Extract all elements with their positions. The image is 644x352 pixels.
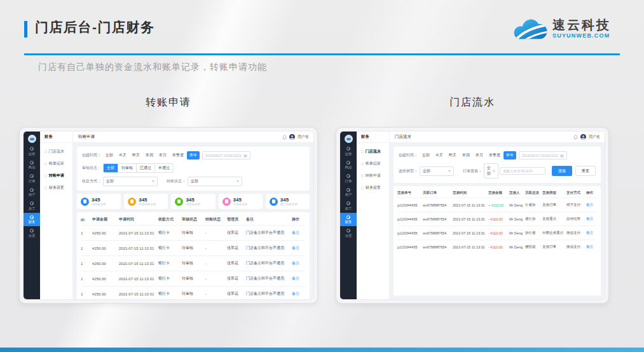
rail-item-users[interactable]: 用户 <box>24 186 40 200</box>
menu-item-transfer-request[interactable]: □转账申请 <box>357 170 389 182</box>
bell-icon[interactable] <box>573 135 578 140</box>
menu-item-finance-settings[interactable]: □财务设置 <box>40 182 72 194</box>
time-chip-year[interactable]: 本年 <box>504 151 516 159</box>
rail-item-finance[interactable]: 财务 <box>24 213 40 227</box>
avatar[interactable] <box>580 134 586 140</box>
menu-item-bill-records[interactable]: □账单记录 <box>40 158 72 170</box>
rail-item-users[interactable]: 用户 <box>340 186 357 200</box>
gauge-icon <box>346 201 350 205</box>
table-row: 1 ¥250.00 2021-07-15 11:13:31 银行卡 待审核 - … <box>81 225 306 240</box>
time-chip-all[interactable]: 全部 <box>420 151 432 159</box>
rail-item-orders[interactable]: 订单 <box>340 172 357 186</box>
remark-link[interactable]: 备注 <box>586 245 594 249</box>
bell-icon[interactable] <box>282 135 287 140</box>
flow-app-window: 运营 商品 订单 用户 员工 财务 设置 财务 门店流水 用户名 <box>339 131 605 300</box>
gauge-icon <box>30 174 34 178</box>
remark-link[interactable]: 备注 <box>292 291 303 297</box>
rail-item-operations[interactable]: 运营 <box>340 144 357 158</box>
menu-item-bill-records[interactable]: □账单记录 <box>357 158 389 170</box>
time-chip-yesterday[interactable]: 昨天 <box>130 151 142 159</box>
menu-square-icon: □ <box>45 174 47 178</box>
rail-item-operations[interactable]: 运营 <box>24 144 40 158</box>
search-button[interactable]: 搜索 <box>552 166 572 176</box>
table-header-row: 交易单号 关联订单 交易时间 交易金额 交易人 关联店员 交易类型 支付方式 操… <box>397 187 597 198</box>
bottom-accent-strip <box>0 348 644 352</box>
menu-item-store-flow[interactable]: □门店流水 <box>40 146 72 158</box>
document-icon <box>81 198 89 206</box>
remark-link[interactable]: 备注 <box>586 203 594 207</box>
remark-link[interactable]: 备注 <box>586 217 594 221</box>
transfer-app-window: 运营 商品 订单 用户 员工 财务 设置 财务 转账申请 用户名 <box>23 131 314 300</box>
menu-item-store-flow[interactable]: □门店流水 <box>357 146 389 158</box>
remark-link[interactable]: 备注 <box>292 276 303 281</box>
remark-link[interactable]: 备注 <box>292 230 303 236</box>
avatar[interactable] <box>289 134 295 140</box>
rail-item-finance[interactable]: 财务 <box>340 213 357 227</box>
search-input[interactable] <box>500 167 545 175</box>
search-scope-select[interactable]: 全部 <box>484 163 498 179</box>
table-row: jy123344455 wx6798987654 2021-07-15 11:1… <box>397 226 597 240</box>
rail-item-staff[interactable]: 员工 <box>340 199 357 213</box>
amount-negative: - ¥110.00 <box>488 217 509 221</box>
menu-square-icon: □ <box>361 162 364 166</box>
table-row: jy123344455 wx6798987654 2021-07-15 11:1… <box>397 240 597 254</box>
left-app-submenu: □门店流水 □账单记录 □转账申请 □财务设置 <box>40 143 73 299</box>
gauge-icon <box>346 229 350 233</box>
rail-item-goods[interactable]: 商品 <box>24 158 40 172</box>
document-icon <box>270 198 278 206</box>
gauge-icon <box>30 147 34 151</box>
time-chip-week[interactable]: 本周 <box>143 151 156 159</box>
audit-chip-approved[interactable]: 已通过 <box>136 164 154 172</box>
remark-link[interactable]: 备注 <box>586 231 594 235</box>
left-app-topbar: 财务 转账申请 用户名 <box>40 132 313 143</box>
audit-chip-all[interactable]: 全部 <box>104 164 118 172</box>
rail-item-orders[interactable]: 订单 <box>24 172 40 186</box>
menu-header: 财务 <box>357 132 390 142</box>
time-chip-all[interactable]: 全部 <box>103 151 116 159</box>
time-chip-quarter[interactable]: 本季度 <box>170 151 186 159</box>
time-chip-month[interactable]: 本月 <box>156 151 169 159</box>
reset-button[interactable]: 重置 <box>575 166 596 176</box>
menu-item-transfer-request[interactable]: □转账申请 <box>40 170 72 182</box>
rail-item-settings[interactable]: 设置 <box>340 226 357 240</box>
amount-negative: - ¥110.00 <box>488 231 509 235</box>
time-chip-today[interactable]: 今天 <box>433 151 446 159</box>
caption-transfer-request: 转账申请 <box>19 96 318 109</box>
audit-chip-rejected[interactable]: 未通过 <box>154 164 173 172</box>
time-chip-week[interactable]: 本周 <box>460 151 472 159</box>
header-divider <box>24 53 620 55</box>
menu-square-icon: □ <box>361 174 364 178</box>
time-chip-quarter[interactable]: 本季度 <box>486 151 503 159</box>
rail-item-staff[interactable]: 员工 <box>24 199 40 213</box>
company-logo: 速云科技 SUYUNWEB.COM <box>512 14 611 42</box>
gauge-icon <box>346 174 350 178</box>
table-row: 1 ¥250.00 2021-07-15 11:13:31 银行卡 待审核 - … <box>81 286 306 299</box>
left-screenshot-frame: 运营 商品 订单 用户 员工 财务 设置 财务 转账申请 用户名 <box>19 127 318 304</box>
table-row: 1 ¥250.00 2021-07-15 11:13:31 银行卡 待审核 - … <box>81 255 306 271</box>
left-filters-card: 创建时间： 全部 今天 昨天 本周 本月 本季度 本年 2019/09/27-2… <box>77 147 310 191</box>
rail-item-goods[interactable]: 商品 <box>340 158 357 172</box>
time-chip-today[interactable]: 今天 <box>116 151 129 159</box>
username: 用户名 <box>589 134 600 140</box>
calendar-icon: ▦ <box>243 153 247 158</box>
stat-card: 345累计转账金额 <box>266 194 310 209</box>
transfer-status-select[interactable]: 全部 <box>188 177 242 186</box>
date-range-picker[interactable]: 2019/09/27-2019/10/22 ▦ <box>202 151 250 159</box>
menu-item-finance-settings[interactable]: □财务设置 <box>357 182 389 194</box>
remark-link[interactable]: 备注 <box>292 245 303 251</box>
time-chip-month[interactable]: 本月 <box>473 151 486 159</box>
type-select[interactable]: 全部 <box>420 166 454 176</box>
audit-chip-pending[interactable]: 待审核 <box>118 164 136 172</box>
filter-label-time: 创建时间： <box>82 152 101 158</box>
title-accent-bar <box>24 21 27 37</box>
rail-item-settings[interactable]: 设置 <box>24 226 40 240</box>
time-chip-year[interactable]: 本年 <box>187 151 200 159</box>
page-subtitle: 门店有自己单独的资金流水和账单记录，转账申请功能 <box>38 62 267 73</box>
gauge-icon <box>30 188 34 192</box>
date-range-picker[interactable]: 2019/09/27-2019/10/22 ▦ <box>519 151 567 159</box>
time-chip-yesterday[interactable]: 昨天 <box>446 151 459 159</box>
remark-link[interactable]: 备注 <box>292 261 303 266</box>
transfer-table: ID 申请金额 申请时间 收款方式 审核状态 转账状态 管理员 备注 操作 <box>77 212 310 299</box>
stat-card: 345待审核金额 <box>171 194 215 209</box>
method-select[interactable]: 全部 <box>103 177 158 186</box>
